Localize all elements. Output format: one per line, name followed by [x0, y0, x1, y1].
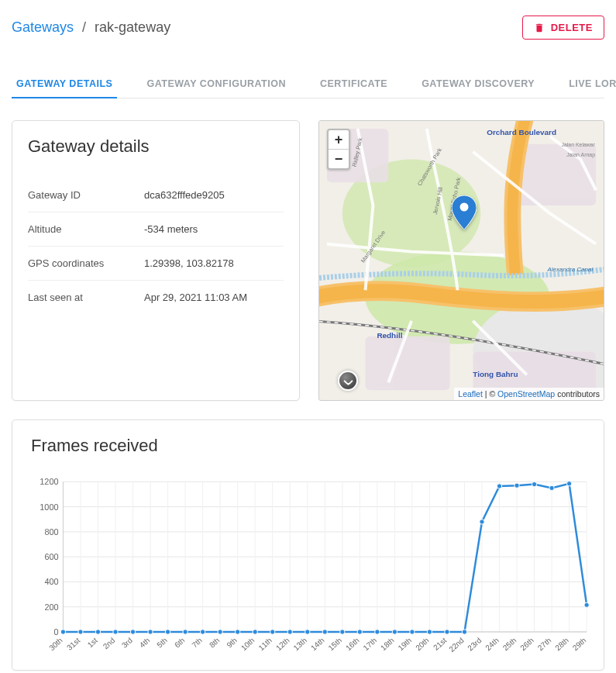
svg-point-112: [497, 484, 501, 488]
svg-point-114: [532, 481, 536, 486]
tab-gateway-details[interactable]: GATEWAY DETAILS: [12, 71, 117, 98]
svg-text:26th: 26th: [518, 636, 535, 652]
detail-value: 1.29398, 103.82178: [144, 257, 234, 269]
detail-row-altitude: Altitude -534 meters: [28, 212, 284, 247]
svg-point-93: [165, 630, 170, 634]
svg-text:0: 0: [53, 627, 58, 637]
map-zoom-controls: + −: [327, 129, 350, 170]
map-attrib-leaflet-link[interactable]: Leaflet: [458, 389, 483, 399]
svg-point-107: [410, 630, 415, 634]
svg-point-100: [287, 630, 292, 634]
svg-point-96: [218, 630, 222, 634]
svg-point-87: [60, 630, 65, 634]
svg-point-104: [357, 630, 362, 634]
tab-certificate[interactable]: CERTIFICATE: [315, 71, 392, 98]
svg-text:14th: 14th: [309, 636, 326, 652]
map-label-jalan-arnap: Jalan Arnap: [566, 152, 595, 158]
detail-value: dca632fffede9205: [144, 189, 225, 201]
map-label-tiong: Tiong Bahru: [473, 370, 518, 378]
svg-point-108: [427, 630, 432, 634]
svg-text:4th: 4th: [138, 636, 152, 649]
detail-label: GPS coordinates: [28, 257, 144, 269]
svg-point-105: [375, 630, 380, 634]
map-attribution: Leaflet | © OpenStreetMap contributors: [454, 388, 604, 400]
svg-point-116: [566, 481, 571, 486]
svg-point-111: [480, 519, 484, 524]
svg-text:20th: 20th: [414, 636, 431, 652]
svg-point-113: [514, 483, 519, 488]
svg-point-110: [462, 630, 466, 634]
svg-point-103: [340, 630, 345, 634]
svg-point-91: [130, 630, 135, 634]
detail-row-gateway-id: Gateway ID dca632fffede9205: [28, 178, 284, 212]
detail-value: -534 meters: [144, 223, 198, 235]
svg-point-109: [445, 630, 449, 634]
trash-icon: [534, 22, 545, 33]
detail-row-gps: GPS coordinates 1.29398, 103.82178: [28, 247, 284, 281]
svg-point-117: [584, 602, 589, 607]
detail-label: Altitude: [28, 223, 144, 235]
svg-text:400: 400: [44, 577, 58, 586]
svg-text:1st: 1st: [86, 636, 99, 649]
details-title: Gateway details: [28, 136, 284, 157]
tab-gateway-configuration[interactable]: GATEWAY CONFIGURATION: [142, 71, 291, 98]
svg-text:10th: 10th: [239, 636, 256, 652]
tab-gateway-discovery[interactable]: GATEWAY DISCOVERY: [417, 71, 539, 98]
svg-point-95: [200, 630, 205, 634]
svg-point-94: [183, 630, 188, 634]
breadcrumb-separator: /: [82, 19, 86, 35]
svg-text:5th: 5th: [155, 636, 169, 649]
frames-title: Frames received: [28, 436, 594, 456]
svg-text:19th: 19th: [397, 636, 414, 652]
svg-point-102: [322, 630, 327, 634]
svg-point-115: [549, 485, 554, 490]
svg-point-99: [270, 630, 275, 634]
frames-chart: 02004006008001000120030th31st1st2nd3rd4t…: [28, 475, 594, 661]
map-label-jalan-kelawar: Jalan Kelawar: [561, 142, 595, 147]
map-background: Orchard Boulevard Redhill Tiong Bahru Al…: [319, 121, 604, 399]
gateway-details-card: Gateway details Gateway ID dca632fffede9…: [12, 120, 300, 401]
svg-text:9th: 9th: [225, 636, 239, 649]
delete-button-label: DELETE: [551, 22, 593, 33]
svg-text:24th: 24th: [484, 636, 501, 652]
delete-button[interactable]: DELETE: [522, 16, 604, 40]
breadcrumb-root-link[interactable]: Gateways: [12, 19, 74, 35]
map-label-redhill: Redhill: [377, 331, 402, 340]
map[interactable]: Orchard Boulevard Redhill Tiong Bahru Al…: [318, 120, 604, 401]
svg-text:15th: 15th: [327, 636, 344, 652]
svg-text:7th: 7th: [190, 636, 204, 649]
svg-rect-5: [366, 336, 450, 390]
svg-text:22nd: 22nd: [447, 636, 466, 654]
svg-text:30th: 30th: [47, 636, 64, 652]
frames-received-card: Frames received 02004006008001000120030t…: [12, 419, 604, 671]
svg-text:6th: 6th: [173, 636, 187, 649]
map-label-orchard: Orchard Boulevard: [487, 128, 556, 136]
svg-text:2nd: 2nd: [102, 636, 117, 651]
svg-point-88: [78, 630, 83, 634]
svg-point-90: [113, 630, 118, 634]
map-label-alexandra: Alexandra Canal: [547, 266, 594, 273]
svg-point-106: [392, 630, 397, 634]
breadcrumb: Gateways / rak-gateway: [12, 19, 170, 36]
detail-value: Apr 29, 2021 11:03 AM: [144, 292, 247, 303]
svg-text:800: 800: [44, 527, 58, 537]
svg-text:16th: 16th: [344, 636, 361, 652]
svg-text:1200: 1200: [40, 477, 58, 486]
map-marker-icon: [452, 195, 477, 233]
svg-text:1000: 1000: [40, 502, 58, 512]
zoom-out-button[interactable]: −: [329, 150, 349, 168]
map-attrib-osm-link[interactable]: OpenStreetMap: [497, 389, 555, 399]
detail-row-last-seen: Last seen at Apr 29, 2021 11:03 AM: [28, 281, 284, 314]
tab-live-lorawan-frames[interactable]: LIVE LORAWAN FRAMES: [564, 71, 616, 98]
svg-point-89: [95, 630, 100, 634]
svg-text:29th: 29th: [571, 636, 588, 652]
svg-point-92: [148, 630, 153, 634]
svg-text:200: 200: [44, 602, 58, 612]
detail-label: Gateway ID: [28, 189, 144, 201]
svg-point-98: [253, 630, 257, 634]
zoom-in-button[interactable]: +: [329, 130, 349, 150]
svg-point-8: [460, 203, 469, 212]
breadcrumb-current: rak-gateway: [95, 19, 170, 35]
svg-text:13th: 13th: [291, 636, 308, 652]
svg-text:12th: 12th: [274, 636, 291, 652]
